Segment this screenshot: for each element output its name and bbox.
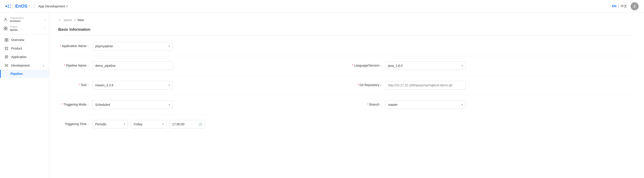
logo-tm: ™: [28, 5, 30, 8]
breadcrumb-parent[interactable]: apaas: [64, 18, 72, 22]
org-name: envision: [10, 19, 24, 23]
svg-point-29: [8, 66, 8, 67]
app-name-label: * Application Name：: [58, 44, 90, 48]
form-group-tool: * Tool： maven_3.3.9 ▾: [58, 81, 342, 89]
app-selector[interactable]: App Development ▾: [38, 4, 68, 8]
chevron-down-icon-tool: ▾: [168, 84, 170, 87]
branch-value: master: [388, 103, 460, 106]
svg-rect-15: [7, 38, 8, 40]
svg-point-3: [10, 5, 11, 5]
branch-label: * Branch：: [351, 103, 382, 107]
chevron-down-icon-lang: ▾: [462, 64, 463, 67]
svg-rect-13: [6, 29, 7, 30]
svg-rect-22: [5, 56, 6, 57]
pipeline-name-label: * Pipeline Name：: [58, 64, 90, 68]
sidebar-item-pipeline[interactable]: Pipeline: [0, 70, 49, 78]
triggering-time-controls: Periodic ▾ Friday ▾ 17:00:00 🕐: [92, 120, 205, 128]
form-group-git: * Git Repository：: [351, 81, 635, 89]
svg-point-27: [8, 64, 8, 65]
svg-point-2: [8, 7, 9, 8]
sidebar-project[interactable]: Project apaas ›: [0, 24, 49, 33]
svg-point-7: [14, 4, 14, 5]
section-title: Basic Information: [58, 27, 635, 36]
sidebar-item-product[interactable]: Product: [0, 44, 49, 53]
lang-switch: EN | 中文: [612, 4, 627, 8]
form-row-appname: * Application Name： phpmyadmin ▾: [58, 42, 635, 56]
tool-value: maven_3.3.9: [95, 83, 167, 87]
layout: Organization envision › Project apaas: [0, 13, 644, 178]
project-icon: [4, 27, 8, 31]
svg-line-31: [7, 65, 8, 65]
tool-select[interactable]: maven_3.3.9 ▾: [92, 81, 173, 89]
periodic-value: Periodic: [95, 122, 122, 126]
main-content: ← apaas > New Basic Information * Applic…: [49, 13, 644, 178]
svg-point-6: [12, 8, 12, 8]
lang-zh[interactable]: 中文: [621, 4, 627, 8]
required-star: *: [60, 44, 61, 48]
back-button[interactable]: ←: [58, 18, 62, 22]
language-select[interactable]: java_1.8.0 ▾: [385, 61, 466, 70]
sidebar-item-overview[interactable]: Overview: [0, 36, 49, 44]
svg-point-21: [7, 49, 8, 50]
time-input[interactable]: 17:00:00 🕐: [169, 120, 205, 128]
lang-sep: |: [618, 4, 619, 8]
form-group-branch: * Branch： master ▾: [351, 100, 635, 109]
avatar[interactable]: Z: [630, 2, 639, 10]
clock-icon: 🕐: [198, 122, 202, 126]
nav-right: EN | 中文 Z: [612, 2, 639, 10]
overview-label: Overview: [11, 38, 24, 42]
product-label: Product: [11, 47, 22, 50]
chevron-up-icon: ∧: [42, 64, 44, 67]
chevron-right-icon: ›: [44, 18, 46, 21]
svg-line-33: [7, 66, 8, 66]
svg-rect-11: [6, 27, 7, 28]
logo-dots: EnOS ™: [5, 4, 30, 9]
form-group-trigmode: * Triggering Mode： Scheduled ▾: [58, 100, 342, 109]
sidebar-org[interactable]: Organization envision ›: [0, 15, 49, 24]
pipeline-label: Pipeline: [10, 72, 22, 76]
app-name-select[interactable]: phpmyadmin ▾: [92, 42, 173, 50]
language-value: java_1.8.0: [388, 64, 460, 68]
chevron-down-icon-mode: ▾: [168, 103, 170, 106]
nav-left: EnOS ™ | App Development ▾: [5, 4, 68, 9]
svg-line-30: [6, 65, 6, 65]
svg-rect-10: [4, 27, 5, 28]
git-label: * Git Repository：: [351, 83, 382, 87]
chevron-down-icon: ▾: [66, 5, 68, 8]
lang-en[interactable]: EN: [612, 4, 616, 8]
svg-rect-24: [5, 57, 6, 58]
svg-point-1: [8, 5, 9, 6]
overview-icon: [4, 38, 8, 42]
pipeline-name-input[interactable]: demo_pipeline: [92, 61, 173, 70]
svg-point-5: [12, 4, 12, 5]
org-label: Organization: [10, 17, 24, 19]
development-icon: [4, 63, 8, 68]
periodic-select[interactable]: Periodic ▾: [92, 120, 128, 128]
breadcrumb: ← apaas > New: [58, 18, 635, 22]
org-icon: [4, 18, 8, 22]
language-label: * Language/Version：: [351, 64, 382, 68]
friday-select[interactable]: Friday ▾: [131, 120, 166, 128]
git-repo-input[interactable]: [385, 81, 466, 89]
nav-divider: |: [34, 4, 35, 9]
triggering-mode-select[interactable]: Scheduled ▾: [92, 100, 173, 109]
development-label: Development: [11, 64, 30, 67]
svg-point-19: [7, 47, 8, 48]
breadcrumb-sep: >: [74, 18, 76, 22]
sidebar-item-application[interactable]: Application: [0, 53, 49, 61]
project-name: apaas: [10, 28, 18, 31]
logo-text: EnOS: [15, 4, 27, 9]
svg-point-9: [5, 18, 6, 20]
svg-point-26: [5, 64, 6, 65]
svg-point-0: [6, 5, 7, 7]
friday-value: Friday: [134, 122, 160, 126]
sidebar-item-development[interactable]: Development ∧: [0, 61, 49, 70]
top-nav: EnOS ™ | App Development ▾ EN | 中文 Z: [0, 0, 644, 13]
svg-point-28: [5, 66, 6, 67]
form-row-trigtime: Triggering Time： Periodic ▾ Friday ▾ 17:…: [58, 120, 635, 134]
form-row-tool: * Tool： maven_3.3.9 ▾ * Git Repository：: [58, 81, 635, 95]
svg-rect-17: [7, 40, 8, 42]
branch-select[interactable]: master ▾: [385, 100, 466, 109]
svg-rect-16: [5, 40, 6, 42]
logo[interactable]: EnOS ™: [5, 4, 30, 9]
